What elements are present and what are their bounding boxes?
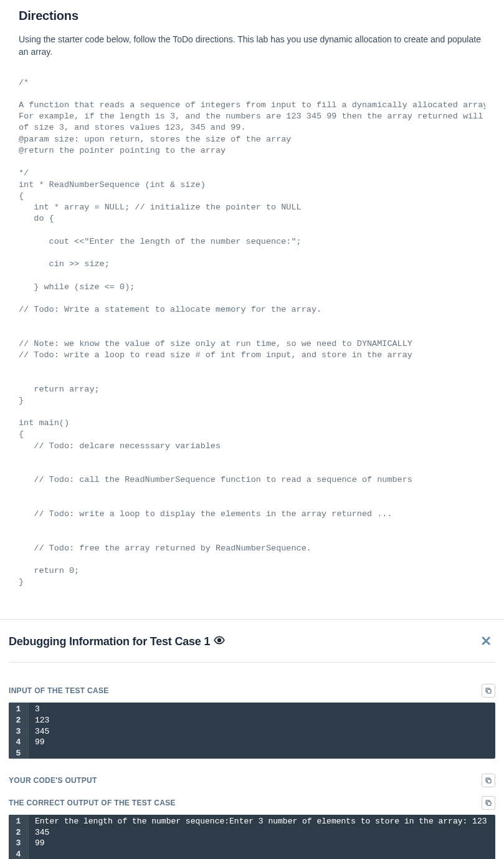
line-text: Enter the length of the number sequence:…: [29, 815, 495, 827]
line-text: 123: [29, 715, 495, 726]
line-text: [29, 748, 495, 759]
terminal-row: 4: [9, 849, 495, 859]
line-text: [29, 849, 495, 859]
terminal-row: 2345: [9, 827, 495, 838]
copy-your-output-button[interactable]: [482, 774, 495, 787]
input-label: INPUT OF THE TEST CASE: [9, 686, 109, 695]
line-number: 3: [9, 726, 29, 737]
terminal-row: 13: [9, 703, 495, 715]
debug-panel: Debugging Information for Test Case 1 ✕ …: [0, 619, 504, 859]
copy-input-button[interactable]: [482, 684, 495, 698]
svg-rect-3: [487, 802, 491, 805]
line-number: 1: [9, 703, 29, 715]
line-number: 1: [9, 815, 29, 827]
close-icon[interactable]: ✕: [477, 633, 495, 650]
input-terminal: 13212333454995: [9, 703, 495, 759]
correct-output-terminal: 1Enter the length of the number sequence…: [9, 815, 495, 859]
line-number: 3: [9, 838, 29, 849]
terminal-row: 5: [9, 748, 495, 759]
terminal-row: 2123: [9, 715, 495, 726]
svg-point-0: [218, 639, 221, 642]
line-text: 345: [29, 827, 495, 838]
terminal-row: 1Enter the length of the number sequence…: [9, 815, 495, 827]
svg-rect-2: [487, 779, 491, 783]
svg-rect-1: [487, 689, 491, 693]
terminal-row: 499: [9, 737, 495, 748]
your-output-label: YOUR CODE'S OUTPUT: [9, 776, 97, 785]
eye-icon: [214, 635, 225, 648]
directions-heading: Directions: [19, 9, 485, 23]
line-text: 99: [29, 838, 495, 849]
line-number: 4: [9, 737, 29, 748]
starter-code: /* A function that reads a sequence of i…: [19, 77, 485, 588]
directions-intro: Using the starter code below, follow the…: [19, 33, 485, 59]
copy-correct-output-button[interactable]: [482, 796, 495, 810]
line-text: 99: [29, 737, 495, 748]
line-text: 345: [29, 726, 495, 737]
line-text: 3: [29, 703, 495, 715]
terminal-row: 3345: [9, 726, 495, 737]
debug-title: Debugging Information for Test Case 1: [9, 635, 210, 648]
line-number: 2: [9, 715, 29, 726]
terminal-row: 399: [9, 838, 495, 849]
line-number: 2: [9, 827, 29, 838]
correct-output-label: THE CORRECT OUTPUT OF THE TEST CASE: [9, 799, 176, 807]
line-number: 5: [9, 748, 29, 759]
line-number: 4: [9, 849, 29, 859]
